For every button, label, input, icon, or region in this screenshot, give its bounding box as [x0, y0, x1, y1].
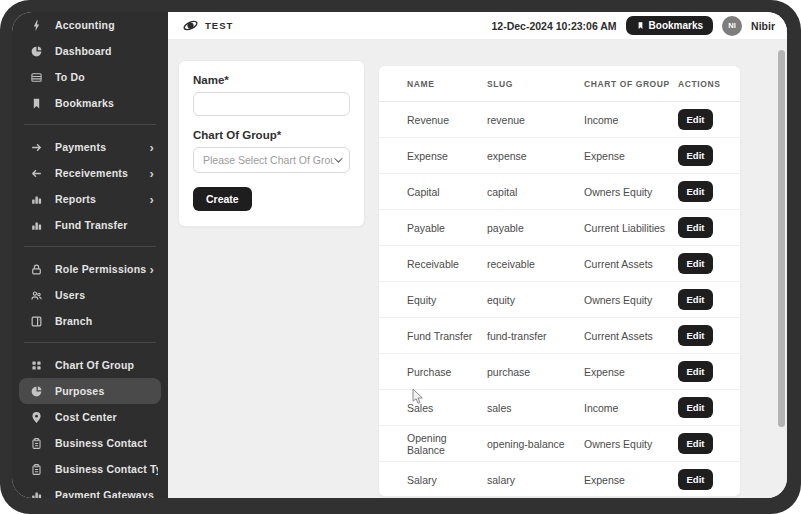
- sidebar-item-label: Reports: [55, 193, 149, 205]
- cell-slug: receivable: [487, 258, 584, 270]
- edit-button[interactable]: Edit: [678, 397, 713, 418]
- sidebar-item-payments[interactable]: Payments ›: [12, 134, 168, 160]
- chevron-right-icon: ›: [149, 263, 158, 276]
- sidebar-divider: [24, 342, 156, 343]
- window-frame: Accounting Dashboard To Do Bookmarks Pay…: [0, 0, 801, 514]
- cell-chart-of-group: Owners Equity: [584, 438, 678, 450]
- sidebar-item-role-permissions[interactable]: Role Permissions ›: [12, 256, 168, 282]
- bookmarks-button-label: Bookmarks: [649, 20, 703, 31]
- users-icon: [30, 289, 43, 302]
- sidebar-item-receivements[interactable]: Receivements ›: [12, 160, 168, 186]
- sidebar-item-to-do[interactable]: To Do: [12, 64, 168, 90]
- name-label: Name*: [193, 74, 350, 86]
- sidebar-item-dashboard[interactable]: Dashboard: [12, 38, 168, 64]
- sidebar-item-label: Payment Gateways: [55, 489, 158, 498]
- pie-icon: [30, 45, 43, 58]
- table-row: Equity equity Owners Equity Edit: [379, 282, 740, 318]
- cell-name: Receivable: [393, 258, 487, 270]
- cell-name: Payable: [393, 222, 487, 234]
- edit-button[interactable]: Edit: [678, 469, 713, 490]
- lock-icon: [30, 263, 43, 276]
- edit-button[interactable]: Edit: [678, 109, 713, 130]
- header-chart-of-group: CHART OF GROUP: [584, 79, 678, 89]
- brand-logo[interactable]: TEST: [182, 18, 233, 33]
- clipboard-icon: [30, 437, 43, 450]
- table-header-row: NAME SLUG CHART OF GROUP ACTIONS: [379, 66, 740, 102]
- sidebar-item-users[interactable]: Users: [12, 282, 168, 308]
- sidebar-item-payment-gateways[interactable]: Payment Gateways: [12, 482, 168, 498]
- sidebar-item-label: Receivements: [55, 167, 149, 179]
- cell-name: Expense: [393, 150, 487, 162]
- sidebar-divider: [24, 246, 156, 247]
- sidebar-item-label: Dashboard: [55, 45, 158, 57]
- bookmark-icon: [30, 97, 43, 110]
- cell-chart-of-group: Expense: [584, 474, 678, 486]
- cell-chart-of-group: Owners Equity: [584, 186, 678, 198]
- list-icon: [30, 71, 43, 84]
- bookmark-icon: [636, 21, 645, 30]
- edit-button[interactable]: Edit: [678, 181, 713, 202]
- cell-slug: salary: [487, 474, 584, 486]
- datetime-display: 12-Dec-2024 10:23:06 AM: [492, 20, 617, 32]
- table-body: Revenue revenue Income Edit Expense expe…: [379, 102, 740, 497]
- vertical-scrollbar[interactable]: [778, 50, 785, 427]
- sidebar-item-bookmarks[interactable]: Bookmarks: [12, 90, 168, 116]
- table-row: Revenue revenue Income Edit: [379, 102, 740, 138]
- edit-button[interactable]: Edit: [678, 217, 713, 238]
- chart-icon: [30, 489, 43, 499]
- cell-name: Salary: [393, 474, 487, 486]
- chevron-right-icon: ›: [149, 167, 158, 180]
- sidebar-item-label: Role Permissions: [55, 263, 149, 275]
- chart-of-group-select[interactable]: Please Select Chart Of Group: [193, 147, 350, 173]
- name-input[interactable]: [193, 92, 350, 116]
- sidebar-item-branch[interactable]: Branch: [12, 308, 168, 334]
- header-name: NAME: [393, 79, 487, 89]
- cell-slug: purchase: [487, 366, 584, 378]
- table-row: Opening Balance opening-balance Owners E…: [379, 426, 740, 462]
- sidebar-item-business-contact[interactable]: Business Contact: [12, 430, 168, 456]
- sidebar-item-label: To Do: [55, 71, 158, 83]
- sidebar-item-label: Chart Of Group: [55, 359, 158, 371]
- sidebar-item-reports[interactable]: Reports ›: [12, 186, 168, 212]
- building-icon: [30, 315, 43, 328]
- bookmarks-button[interactable]: Bookmarks: [626, 16, 713, 35]
- sidebar-item-cost-center[interactable]: Cost Center: [12, 404, 168, 430]
- table-row: Capital capital Owners Equity Edit: [379, 174, 740, 210]
- header-slug: SLUG: [487, 79, 584, 89]
- table-row: Salary salary Expense Edit: [379, 462, 740, 497]
- sidebar-item-fund-transfer[interactable]: Fund Transfer: [12, 212, 168, 238]
- sidebar-item-label: Branch: [55, 315, 158, 327]
- cell-chart-of-group: Expense: [584, 366, 678, 378]
- cell-chart-of-group: Current Liabilities: [584, 222, 678, 234]
- edit-button[interactable]: Edit: [678, 433, 713, 454]
- table-row: Receivable receivable Current Assets Edi…: [379, 246, 740, 282]
- edit-button[interactable]: Edit: [678, 253, 713, 274]
- edit-button[interactable]: Edit: [678, 289, 713, 310]
- topbar: TEST 12-Dec-2024 10:23:06 AM Bookmarks N…: [168, 12, 787, 40]
- sidebar-item-accounting[interactable]: Accounting: [12, 12, 168, 38]
- sidebar-item-chart-of-group[interactable]: Chart Of Group: [12, 352, 168, 378]
- create-purpose-form: Name* Chart Of Group* Please Select Char…: [178, 60, 365, 227]
- main-content: Name* Chart Of Group* Please Select Char…: [168, 40, 787, 498]
- cell-name: Fund Transfer: [393, 330, 487, 342]
- cell-name: Revenue: [393, 114, 487, 126]
- chevron-down-icon: [334, 154, 342, 162]
- clipboard-icon: [30, 463, 43, 476]
- sidebar-item-label: Payments: [55, 141, 149, 153]
- chevron-right-icon: ›: [149, 193, 158, 206]
- cell-slug: expense: [487, 150, 584, 162]
- sidebar-item-purposes[interactable]: Purposes: [19, 378, 161, 404]
- cell-chart-of-group: Expense: [584, 150, 678, 162]
- avatar[interactable]: NI: [722, 16, 742, 36]
- table-row: Sales sales Income Edit: [379, 390, 740, 426]
- edit-button[interactable]: Edit: [678, 145, 713, 166]
- cell-chart-of-group: Income: [584, 402, 678, 414]
- sidebar-item-business-contact-types[interactable]: Business Contact Types: [12, 456, 168, 482]
- grid-icon: [30, 359, 43, 372]
- edit-button[interactable]: Edit: [678, 361, 713, 382]
- user-name: Nibir: [751, 20, 775, 32]
- arrow-right-icon: [30, 141, 43, 154]
- create-button[interactable]: Create: [193, 187, 252, 211]
- edit-button[interactable]: Edit: [678, 325, 713, 346]
- cell-slug: capital: [487, 186, 584, 198]
